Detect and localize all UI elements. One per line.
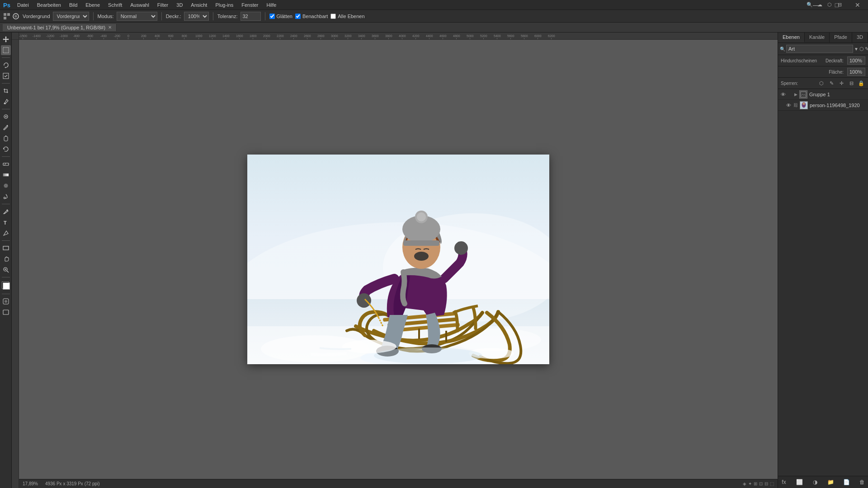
crop-tool[interactable] [1, 86, 11, 96]
vordergrund-label: Vordergrund [23, 14, 50, 19]
object-selection-tool[interactable] [1, 71, 11, 81]
new-layer-button[interactable]: 📄 [842, 478, 850, 486]
vordergrund-select[interactable]: Vordergrund [53, 12, 89, 21]
menu-3d[interactable]: 3D [173, 1, 186, 9]
glatten-label: Glätten [277, 14, 292, 19]
menu-datei[interactable]: Datei [14, 1, 33, 9]
maximize-button[interactable]: □ [826, 0, 847, 10]
alle-ebenen-checkbox[interactable] [330, 14, 336, 19]
hand-tool[interactable] [1, 254, 11, 264]
tab-3d[interactable]: 3D [852, 33, 868, 42]
gradient-tool[interactable] [1, 170, 11, 180]
layer-search-bar: 🔍 ▼ ⬡ ✎ T ⬜ 🔒 [778, 43, 868, 55]
tab-kanale[interactable]: Kanäle [805, 33, 830, 42]
ruler-top: -1500-1400-1200-1000-800-600-400-2000200… [12, 33, 778, 40]
tab-pfade[interactable]: Pfade [830, 33, 852, 42]
add-style-button[interactable]: fx [780, 478, 788, 486]
menu-auswahl[interactable]: Auswahl [127, 1, 153, 9]
history-brush-tool[interactable] [1, 144, 11, 154]
color-picker[interactable] [0, 280, 12, 291]
ruler-corner [12, 33, 19, 40]
canvas-wrapper[interactable] [19, 40, 778, 479]
panel-footer: fx ⬜ ◑ 📁 📄 🗑 [778, 476, 868, 488]
layer-person[interactable]: 👁 ⛓ person-1196498_1920 [778, 100, 868, 111]
lock-image-icon[interactable]: ✎ [827, 79, 835, 87]
statusbar: 17,89% 4936 Px x 3319 Px (72 ppi) ◈ ✦ ⊞ … [19, 479, 778, 488]
modus-label: Modus: [98, 14, 114, 19]
lock-position-icon[interactable]: ✛ [837, 79, 845, 87]
clone-stamp-tool[interactable] [1, 133, 11, 143]
move-tool[interactable] [1, 34, 11, 44]
delete-layer-button[interactable]: 🗑 [858, 478, 866, 486]
menu-ebene[interactable]: Ebene [82, 1, 104, 9]
tab-close-button[interactable]: ✕ [108, 25, 112, 30]
expand-gruppe1[interactable]: ▶ [794, 92, 797, 97]
brush-options-icon[interactable] [12, 12, 20, 20]
menu-ansicht[interactable]: Ansicht [187, 1, 211, 9]
screen-mode-tool[interactable] [1, 307, 11, 317]
menu-plugins[interactable]: Plug-ins [212, 1, 237, 9]
rectangular-marquee-tool[interactable] [1, 45, 11, 55]
deckraft-select[interactable]: 100% [184, 12, 209, 21]
layer-filter-icon[interactable]: ▼ [854, 45, 859, 53]
lock-pixels-icon[interactable]: ⬡ [817, 79, 826, 87]
zoom-tool[interactable] [1, 265, 11, 275]
hindurchscheinen-row: Hindurchscheinen Deckraft: 100% [778, 55, 868, 66]
visibility-gruppe1[interactable]: 👁 [780, 91, 786, 98]
new-group-button[interactable]: 📁 [827, 478, 835, 486]
toleranz-input[interactable] [241, 12, 261, 21]
menu-filter[interactable]: Filter [154, 1, 172, 9]
layer-gruppe1[interactable]: 👁 ▶ Gruppe 1 [778, 89, 868, 100]
document-tab[interactable]: Unbenannt-1 bei 17,9% (Gruppe 1, RGB/8#)… [3, 24, 117, 31]
modus-select[interactable]: Normal [117, 12, 157, 21]
brush-tool[interactable] [1, 122, 11, 132]
menu-hilfe[interactable]: Hilfe [263, 1, 280, 9]
quick-mask-tool[interactable] [1, 296, 11, 306]
layer-search-input[interactable] [786, 45, 853, 53]
path-selection-tool[interactable] [1, 228, 11, 238]
layer-chain-person: ⛓ [793, 103, 798, 108]
add-adjustment-button[interactable]: ◑ [811, 478, 819, 486]
text-tool[interactable]: T [1, 217, 11, 227]
canvas-image[interactable] [247, 155, 549, 364]
filter-icon-2[interactable]: ✎ [865, 45, 868, 53]
visibility-person[interactable]: 👁 [785, 102, 792, 108]
deckraft-value[interactable]: 100% [847, 56, 865, 65]
flache-value[interactable]: 100% [847, 68, 865, 76]
minimize-button[interactable]: — [806, 0, 826, 10]
canvas-area: -1500-1400-1200-1000-800-600-400-2000200… [12, 33, 778, 488]
lock-artboards-icon[interactable]: ⊟ [847, 79, 855, 87]
menu-schrift[interactable]: Schrift [104, 1, 126, 9]
add-mask-button[interactable]: ⬜ [796, 478, 804, 486]
optionsbar: Vordergrund Vordergrund Modus: Normal De… [0, 10, 868, 23]
lasso-tool[interactable] [1, 60, 11, 70]
filter-icon-1[interactable]: ⬡ [859, 45, 864, 53]
menu-bild[interactable]: Bild [66, 1, 81, 9]
benachbart-checkbox[interactable] [295, 14, 301, 19]
flache-row: Fläche: 100% [778, 66, 868, 78]
toolbar-sep-8 [2, 294, 10, 294]
eyedropper-tool[interactable] [1, 97, 11, 107]
healing-brush-tool[interactable] [1, 112, 11, 122]
rectangle-tool[interactable] [1, 243, 11, 253]
main-area: T -1500-1400-120 [0, 33, 868, 488]
flache-label: Fläche: [829, 70, 844, 75]
toolbar-sep-7 [2, 277, 10, 277]
menu-fenster[interactable]: Fenster [238, 1, 262, 9]
lock-all-icon[interactable]: 🔒 [857, 79, 865, 87]
photo-svg [247, 155, 549, 364]
svg-point-50 [374, 347, 482, 364]
thumb-gruppe1 [799, 90, 807, 99]
svg-point-6 [4, 103, 5, 104]
dimensions: 4936 Px x 3319 Px (72 ppi) [45, 481, 100, 486]
pen-tool[interactable] [1, 206, 11, 216]
svg-text:Ps: Ps [3, 2, 10, 9]
dodge-tool[interactable] [1, 192, 11, 202]
glatten-checkbox[interactable] [269, 14, 275, 19]
blur-tool[interactable] [1, 181, 11, 191]
layer-name-person: person-1196498_1920 [810, 103, 866, 108]
tab-ebenen[interactable]: Ebenen [778, 33, 805, 42]
menu-bearbeiten[interactable]: Bearbeiten [33, 1, 65, 9]
eraser-tool[interactable] [1, 159, 11, 169]
close-button[interactable]: ✕ [847, 0, 868, 10]
